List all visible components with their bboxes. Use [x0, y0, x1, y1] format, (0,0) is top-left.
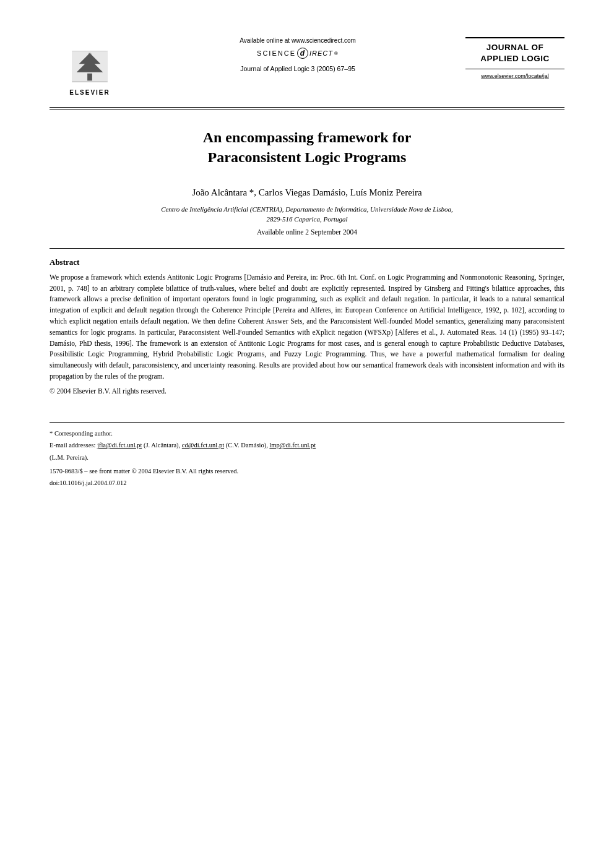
footer-notes: * Corresponding author. E-mail addresses… [50, 422, 564, 486]
header-right-divider [465, 69, 564, 69]
email1-name: (J. Alcântara), [144, 442, 180, 449]
corresponding-author-footnote: * Corresponding author. [50, 429, 564, 439]
header: ELSEVIER Available online at www.science… [50, 37, 564, 96]
header-center: Available online at www.sciencedirect.co… [130, 37, 465, 72]
journal-title-line1: JOURNAL OF [486, 43, 544, 52]
email2-name: (C.V. Damásio), [226, 442, 268, 449]
science-text: SCIENCE [257, 49, 296, 57]
journal-title-line2: APPLIED LOGIC [480, 54, 550, 63]
email-label: E-mail addresses: [50, 442, 95, 449]
authors: João Alcântara *, Carlos Viegas Damásio,… [50, 187, 564, 198]
sciencedirect-logo: SCIENCE d IRECT® [142, 48, 453, 59]
email2-link[interactable]: cd@di.fct.unl.pt [182, 442, 224, 449]
email3-link[interactable]: lmp@di.fct.unl.pt [269, 442, 316, 449]
abstract-heading: Abstract [50, 257, 564, 267]
elsevier-logo [56, 37, 124, 87]
main-divider-top [50, 107, 564, 108]
affiliation-line1: Centro de Inteligência Artificial (CENTR… [161, 205, 453, 213]
abstract-text: We propose a framework which extends Ant… [50, 272, 564, 397]
abstract-divider [50, 248, 564, 249]
elsevier-tree-icon [65, 51, 115, 87]
title-line2: Paraconsistent Logic Programs [208, 149, 407, 165]
email3-name-line: (L.M. Pereira). [50, 453, 564, 463]
journal-title-box: JOURNAL OF APPLIED LOGIC www.elsevier.co… [465, 37, 564, 79]
svg-rect-1 [87, 74, 92, 81]
available-online-text: Available online at www.sciencedirect.co… [142, 37, 453, 44]
svg-point-4 [88, 53, 92, 56]
page: ELSEVIER Available online at www.science… [0, 0, 614, 868]
affiliation: Centro de Inteligência Artificial (CENTR… [50, 204, 564, 225]
email1-link[interactable]: jfla@di.fct.unl.pt [97, 442, 142, 449]
affiliation-line2: 2829-516 Caparica, Portugal [266, 215, 347, 223]
registered-mark: ® [334, 51, 339, 56]
elsevier-label: ELSEVIER [69, 89, 110, 96]
email-footnote: E-mail addresses: jfla@di.fct.unl.pt (J.… [50, 440, 564, 450]
elsevier-logo-section: ELSEVIER [50, 37, 130, 96]
abstract-copyright: © 2004 Elsevier B.V. All rights reserved… [50, 386, 564, 397]
doi-line: doi:10.1016/j.jal.2004.07.012 [50, 479, 564, 486]
main-divider-bottom [50, 110, 564, 110]
elsevier-url: www.elsevier.com/locate/jal [465, 73, 564, 79]
journal-title-right: JOURNAL OF APPLIED LOGIC [465, 42, 564, 64]
sciencedirect-circle: d [297, 48, 308, 59]
abstract-section: Abstract We propose a framework which ex… [50, 257, 564, 397]
title-line1: An encompassing framework for [203, 129, 412, 145]
available-online-article: Available online 2 September 2004 [50, 228, 564, 236]
abstract-paragraph: We propose a framework which extends Ant… [50, 272, 564, 382]
article-title: An encompassing framework for Paraconsis… [50, 121, 564, 174]
journal-volume-info: Journal of Applied Logic 3 (2005) 67–95 [142, 65, 453, 72]
direct-text: IRECT [309, 49, 333, 57]
issn-line: 1570-8683/$ – see front matter © 2004 El… [50, 468, 564, 475]
